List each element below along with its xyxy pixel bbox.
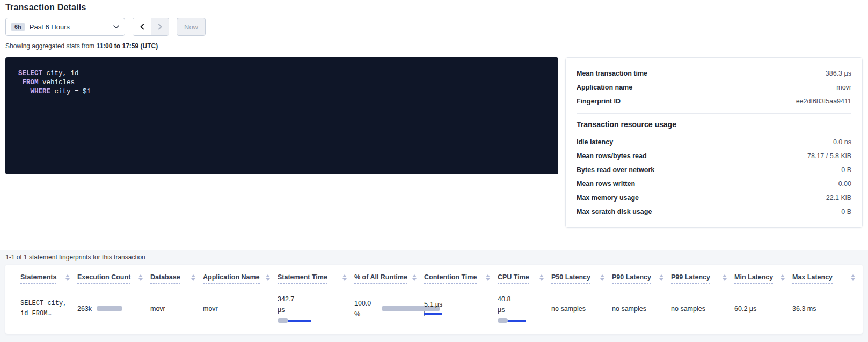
aggregated-stats-caption: Showing aggregated stats from 11:00 to 1… [5,42,158,50]
chevron-left-icon [139,24,145,30]
time-controls: 6h Past 6 Hours Now [5,18,206,36]
cell-statement-time: 342.7 µs [278,288,354,329]
sql-line: SELECT city, id [18,69,545,78]
resource-usage-heading: Transaction resource usage [577,120,851,129]
execution-count-bar [97,306,122,311]
previous-time-button[interactable] [133,18,151,35]
cell-p90-latency: no samples [612,288,671,329]
pct-runtime-value: 100.0 % [354,298,377,319]
statements-table: Statements Execution Count Database Appl… [5,265,863,334]
column-header-execution-count[interactable]: Execution Count [77,273,150,288]
statement-time-value: 342.7 µs [278,294,298,315]
cell-p99-latency: no samples [671,288,734,329]
execution-count-value: 263k [77,305,92,313]
cell-p50-latency: no samples [551,288,612,329]
table-row: SELECT city, id FROM… 263k movr movr 342… [20,288,863,329]
summary-row-fingerprint-id: Fingerprint ID ee2df683f5aa9411 [577,94,851,108]
sort-icon[interactable] [266,274,270,281]
cell-cpu-time: 40.8 µs [498,288,551,329]
column-header-max-latency[interactable]: Max Latency [792,273,863,288]
sort-icon[interactable] [138,274,143,281]
time-range-badge: 6h [11,23,25,31]
cell-execution-count: 263k [77,288,150,329]
next-time-button[interactable] [151,18,169,35]
sort-icon[interactable] [600,274,604,281]
sort-icon[interactable] [342,274,347,281]
column-header-statement-time[interactable]: Statement Time [278,273,354,288]
caption-prefix: Showing aggregated stats from [5,42,96,50]
summary-row-mean-rows-written: Mean rows written 0.00 [577,177,851,191]
summary-row-idle-latency: Idle latency 0.0 ns [577,135,851,149]
column-header-p90-latency[interactable]: P90 Latency [612,273,671,288]
cell-database: movr [150,288,203,329]
column-header-database[interactable]: Database [150,273,203,288]
cell-application-name: movr [203,288,278,329]
page-title: Transaction Details [5,3,86,12]
cpu-time-bar [498,318,526,323]
summary-divider [577,113,851,114]
column-header-min-latency[interactable]: Min Latency [734,273,792,288]
statements-section: 1-1 of 1 statement fingerprints for this… [0,250,868,342]
chevron-right-icon [157,24,163,30]
cell-min-latency: 60.2 µs [734,288,792,329]
sql-line: FROM vehicles [18,78,545,87]
statements-table-header: Statements Execution Count Database Appl… [20,265,863,288]
cell-contention-time: 5.1 µs [424,288,498,329]
column-header-cpu-time[interactable]: CPU Time [498,273,551,288]
time-step-group [133,18,169,36]
column-header-p99-latency[interactable]: P99 Latency [671,273,734,288]
sort-icon[interactable] [65,274,70,281]
summary-row-max-memory-usage: Max memory usage 22.1 KiB [577,191,851,205]
summary-row-application-name: Application name movr [577,80,851,94]
sort-icon[interactable] [412,274,417,281]
column-header-statements[interactable]: Statements [20,273,77,288]
sort-icon[interactable] [659,274,663,281]
cpu-time-value: 40.8 µs [498,294,515,315]
now-button[interactable]: Now [177,18,206,36]
sort-icon[interactable] [781,274,785,281]
transaction-summary-card: Mean transaction time 386.3 µs Applicati… [565,57,863,228]
chevron-down-icon [113,25,119,29]
cell-statement: SELECT city, id FROM… [20,288,77,329]
statement-link[interactable]: SELECT city, id FROM… [20,299,74,319]
sort-icon[interactable] [539,274,544,281]
cell-pct-of-all-runtime: 100.0 % [354,288,424,329]
summary-row-mean-transaction-time: Mean transaction time 386.3 µs [577,66,851,80]
caption-time-range: 11:00 to 17:59 (UTC) [96,42,158,50]
column-header-pct-of-all-runtime[interactable]: % of All Runtime [354,273,424,288]
sql-statement-box: SELECT city, id FROM vehicles WHERE city… [5,57,558,174]
contention-time-bar [424,311,442,316]
summary-row-mean-rows-bytes-read: Mean rows/bytes read 78.17 / 5.8 KiB [577,149,851,163]
sort-icon[interactable] [191,274,195,281]
cell-max-latency: 36.3 ms [792,288,863,329]
time-range-label: Past 6 Hours [30,23,70,31]
column-header-p50-latency[interactable]: P50 Latency [551,273,612,288]
sort-icon[interactable] [851,274,855,281]
sort-icon[interactable] [486,274,490,281]
column-header-contention-time[interactable]: Contention Time [424,273,498,288]
fingerprints-count-caption: 1-1 of 1 statement fingerprints for this… [5,254,145,261]
summary-row-bytes-read-over-network: Bytes read over network 0 B [577,163,851,177]
column-header-application-name[interactable]: Application Name [203,273,278,288]
summary-row-max-scratch-disk-usage: Max scratch disk usage 0 B [577,205,851,219]
contention-time-value: 5.1 µs [424,301,442,308]
time-range-dropdown[interactable]: 6h Past 6 Hours [5,18,125,36]
sql-line: WHERE city = $1 [18,87,545,96]
sort-icon[interactable] [723,274,727,281]
statement-time-bar [278,318,311,323]
